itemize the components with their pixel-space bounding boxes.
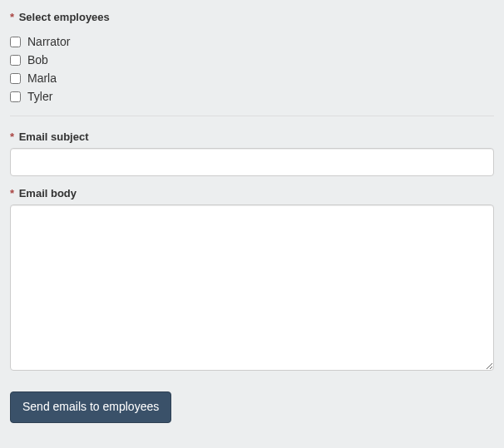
required-asterisk: *: [10, 130, 14, 143]
employee-row: Tyler: [10, 87, 494, 106]
employee-row: Marla: [10, 69, 494, 87]
email-form: * Select employees Narrator Bob Marla Ty…: [10, 10, 494, 423]
employee-label[interactable]: Bob: [27, 53, 48, 66]
send-emails-button[interactable]: Send emails to employees: [10, 391, 171, 423]
body-label: * Email body: [10, 187, 77, 199]
employees-label-text: Select employees: [19, 11, 110, 23]
body-textarea[interactable]: [10, 204, 494, 371]
subject-group: * Email subject: [10, 130, 494, 176]
employee-checkbox-bob[interactable]: [10, 55, 21, 66]
employee-checkbox-narrator[interactable]: [10, 37, 21, 47]
subject-label: * Email subject: [10, 130, 89, 143]
employees-checkbox-list: Narrator Bob Marla Tyler: [10, 32, 494, 106]
required-asterisk: *: [10, 11, 14, 23]
employee-label[interactable]: Narrator: [27, 35, 70, 48]
employee-row: Narrator: [10, 32, 494, 51]
employee-checkbox-tyler[interactable]: [10, 91, 21, 102]
employees-label: * Select employees: [10, 11, 110, 23]
employee-checkbox-marla[interactable]: [10, 73, 21, 84]
body-label-text: Email body: [19, 187, 77, 199]
subject-label-text: Email subject: [19, 130, 89, 143]
subject-input[interactable]: [10, 148, 494, 176]
body-group: * Email body: [10, 186, 494, 373]
divider: [10, 116, 494, 116]
employees-group: * Select employees Narrator Bob Marla Ty…: [10, 10, 494, 106]
required-asterisk: *: [10, 187, 14, 199]
employee-label[interactable]: Tyler: [27, 90, 52, 103]
employee-row: Bob: [10, 51, 494, 69]
employee-label[interactable]: Marla: [27, 71, 57, 85]
